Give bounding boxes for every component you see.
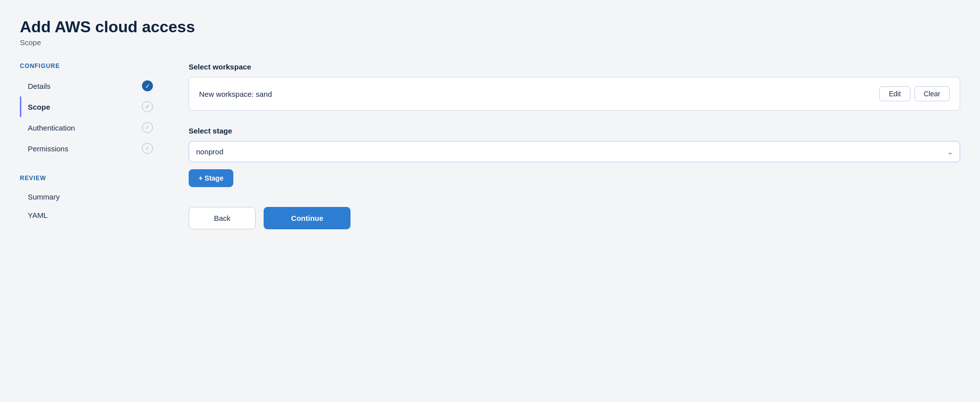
sidebar-item-authentication-label: Authentication (28, 124, 75, 132)
edit-button[interactable]: Edit (879, 86, 910, 101)
permissions-pending-icon: ✓ (142, 143, 153, 154)
sidebar-item-permissions-label: Permissions (28, 144, 69, 153)
sidebar-item-authentication[interactable]: Authentication ✓ (20, 117, 159, 138)
clear-button[interactable]: Clear (914, 86, 950, 101)
page-subtitle: Scope (20, 38, 960, 47)
sidebar-item-summary[interactable]: Summary (20, 188, 159, 206)
sidebar-item-scope[interactable]: Scope ✓ (20, 96, 159, 117)
configure-section-label: CONFIGURE (20, 63, 159, 69)
sidebar-item-scope-label: Scope (28, 103, 50, 111)
stage-section-title: Select stage (189, 127, 960, 135)
add-stage-button[interactable]: + Stage (189, 169, 233, 187)
workspace-value: New workspace: sand (199, 90, 272, 98)
workspace-box: New workspace: sand Edit Clear (189, 77, 960, 111)
authentication-pending-icon: ✓ (142, 122, 153, 133)
sidebar: CONFIGURE Details ✓ Scope ✓ Authenticati… (20, 63, 159, 240)
page-title: Add AWS cloud access (20, 18, 960, 36)
sidebar-item-summary-label: Summary (28, 193, 60, 201)
back-button[interactable]: Back (189, 207, 256, 229)
scope-pending-icon: ✓ (142, 101, 153, 112)
stage-select[interactable]: nonprod prod dev (189, 141, 960, 162)
sidebar-item-details-label: Details (28, 82, 51, 90)
main-content: Select workspace New workspace: sand Edi… (189, 63, 960, 240)
review-section-label: REVIEW (20, 175, 159, 182)
stage-select-wrapper: nonprod prod dev ⌄ (189, 141, 960, 162)
details-complete-icon: ✓ (142, 80, 153, 91)
form-actions: Back Continue (189, 207, 960, 229)
sidebar-item-yaml-label: YAML (28, 211, 48, 219)
sidebar-item-details[interactable]: Details ✓ (20, 75, 159, 96)
continue-button[interactable]: Continue (264, 207, 350, 229)
workspace-section-title: Select workspace (189, 63, 960, 71)
sidebar-item-yaml[interactable]: YAML (20, 206, 159, 224)
review-nav: Summary YAML (20, 188, 159, 224)
workspace-actions: Edit Clear (879, 86, 950, 101)
sidebar-item-permissions[interactable]: Permissions ✓ (20, 138, 159, 159)
configure-nav: Details ✓ Scope ✓ Authentication ✓ Permi… (20, 75, 159, 159)
